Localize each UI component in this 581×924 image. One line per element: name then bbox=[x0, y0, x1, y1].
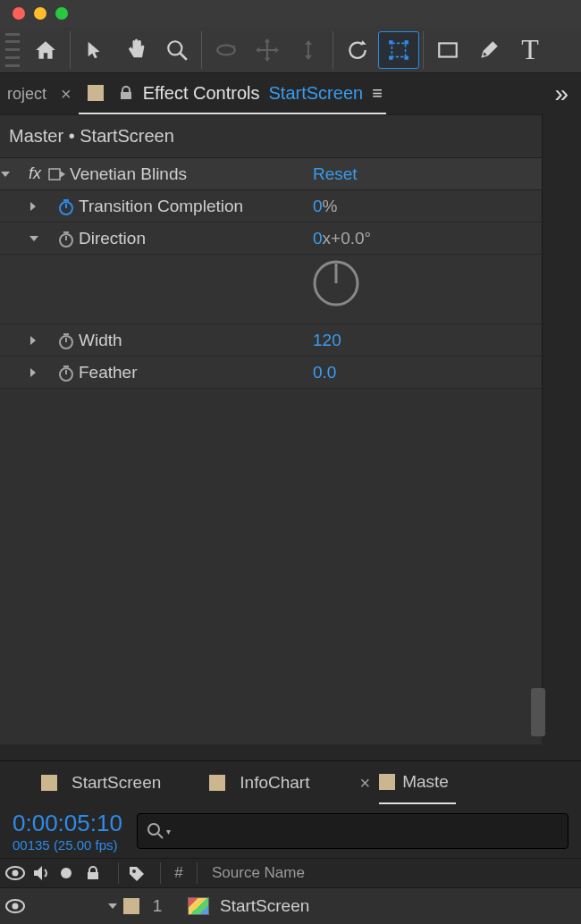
prop-width-label: Width bbox=[79, 331, 122, 350]
pan-tool[interactable] bbox=[247, 31, 288, 69]
prop-completion-value[interactable]: 0 bbox=[313, 197, 323, 215]
close-window-icon[interactable] bbox=[13, 7, 25, 20]
svg-rect-5 bbox=[405, 40, 408, 44]
timeline-panel: StartScreen InfoChart × Maste 0:00:05:10… bbox=[0, 760, 581, 924]
composite-icon[interactable] bbox=[48, 166, 66, 182]
tab-effect-controls-active[interactable]: Effect Controls StartScreen ≡ bbox=[79, 73, 386, 114]
cursor-icon bbox=[85, 38, 105, 62]
twirl-right-icon[interactable] bbox=[107, 901, 118, 911]
composition-swatch-icon bbox=[209, 775, 225, 791]
orbit-tool[interactable] bbox=[206, 31, 247, 69]
index-column-header[interactable]: # bbox=[170, 864, 188, 882]
stopwatch-icon[interactable] bbox=[57, 332, 75, 349]
svg-point-24 bbox=[148, 824, 159, 835]
label-column-icon[interactable] bbox=[128, 865, 151, 881]
svg-point-31 bbox=[13, 903, 19, 910]
tab-startscreen[interactable]: StartScreen bbox=[64, 773, 168, 793]
zoom-tool[interactable] bbox=[156, 31, 198, 69]
svg-rect-19 bbox=[63, 333, 69, 335]
prop-direction-dial-row bbox=[0, 255, 542, 324]
layer-visibility-toggle[interactable] bbox=[5, 898, 29, 914]
twirl-right-icon[interactable] bbox=[29, 201, 54, 212]
effect-name-label: Venetian Blinds bbox=[70, 164, 187, 184]
prop-feather-value[interactable]: 0.0 bbox=[313, 363, 336, 382]
twirl-down-icon[interactable] bbox=[0, 169, 25, 180]
tab-layer-link[interactable]: StartScreen bbox=[269, 83, 364, 104]
pen-tool[interactable] bbox=[468, 31, 509, 69]
layer-name[interactable]: StartScreen bbox=[215, 896, 309, 916]
layer-label-swatch[interactable] bbox=[123, 898, 139, 914]
prop-row-direction[interactable]: Direction 0x+0.0° bbox=[0, 223, 542, 255]
toolbar-separator bbox=[70, 31, 71, 69]
prop-row-feather[interactable]: Feather 0.0 bbox=[0, 357, 542, 389]
timeline-tabs: StartScreen InfoChart × Maste bbox=[0, 761, 581, 804]
hand-tool[interactable] bbox=[115, 31, 156, 69]
angle-dial[interactable] bbox=[311, 258, 361, 308]
svg-point-0 bbox=[168, 41, 181, 55]
effect-controls-panel: fx Venetian Blinds Reset Transition Comp… bbox=[0, 158, 542, 389]
svg-rect-6 bbox=[389, 55, 392, 59]
twirl-right-icon[interactable] bbox=[29, 367, 54, 378]
tab-infochart[interactable]: InfoChart bbox=[232, 773, 316, 793]
solo-column-icon[interactable] bbox=[59, 866, 82, 880]
video-column-icon[interactable] bbox=[5, 865, 29, 881]
dropdown-caret-icon: ▾ bbox=[166, 827, 171, 836]
shape-tool[interactable] bbox=[427, 31, 468, 69]
twirl-down-icon[interactable] bbox=[29, 233, 54, 244]
svg-rect-3 bbox=[392, 43, 405, 56]
composition-swatch-icon bbox=[379, 774, 395, 790]
updown-icon bbox=[298, 38, 319, 62]
selection-tool[interactable] bbox=[74, 31, 115, 69]
svg-rect-14 bbox=[63, 231, 69, 233]
tab-close-icon[interactable]: × bbox=[358, 773, 372, 794]
twirl-right-icon[interactable] bbox=[29, 335, 54, 346]
anchor-icon bbox=[386, 38, 411, 62]
composition-swatch-icon bbox=[41, 775, 57, 791]
svg-line-1 bbox=[180, 53, 187, 60]
layer-index: 1 bbox=[145, 896, 170, 916]
toolbar-grip bbox=[5, 33, 20, 67]
panel-overflow-button[interactable]: » bbox=[542, 80, 581, 108]
stopwatch-icon[interactable] bbox=[57, 230, 75, 248]
tab-master-active[interactable]: Maste bbox=[379, 761, 456, 804]
prop-direction-extra: x+0.0° bbox=[323, 229, 372, 248]
dolly-tool[interactable] bbox=[288, 31, 329, 69]
home-icon bbox=[33, 38, 58, 62]
prop-completion-label: Transition Completion bbox=[79, 197, 243, 216]
stopwatch-icon[interactable] bbox=[57, 364, 75, 382]
panel-menu-icon[interactable]: ≡ bbox=[372, 83, 383, 104]
home-button[interactable] bbox=[25, 31, 66, 69]
audio-column-icon[interactable] bbox=[32, 865, 55, 881]
effect-reset-button[interactable]: Reset bbox=[313, 164, 358, 184]
maximize-window-icon[interactable] bbox=[55, 7, 68, 20]
master-breadcrumb: Master • StartScreen bbox=[0, 114, 581, 158]
fx-icon[interactable]: fx bbox=[29, 164, 41, 183]
prop-row-completion[interactable]: Transition Completion 0% bbox=[0, 190, 542, 223]
toolbar-separator bbox=[201, 31, 202, 69]
tab-project[interactable]: roject bbox=[0, 85, 54, 104]
window-titlebar bbox=[0, 0, 581, 27]
source-name-column-header[interactable]: Source Name bbox=[206, 864, 305, 882]
tab-project-close[interactable]: × bbox=[54, 84, 79, 105]
anchor-tool[interactable] bbox=[378, 31, 419, 69]
stopwatch-icon-active[interactable] bbox=[57, 197, 75, 215]
prop-row-width[interactable]: Width 120 bbox=[0, 324, 542, 357]
scrollbar-thumb[interactable] bbox=[531, 688, 545, 736]
lock-column-icon[interactable] bbox=[86, 865, 109, 881]
current-timecode[interactable]: 0:00:05:10 bbox=[13, 810, 122, 837]
rotate-tool[interactable] bbox=[337, 31, 378, 69]
timeline-search-input[interactable]: ▾ bbox=[137, 813, 568, 849]
layer-row[interactable]: 1 StartScreen bbox=[0, 888, 581, 924]
tab-title-label: Effect Controls bbox=[143, 83, 260, 104]
prop-width-value[interactable]: 120 bbox=[313, 331, 341, 350]
prop-direction-value[interactable]: 0 bbox=[313, 229, 323, 248]
effect-header-row[interactable]: fx Venetian Blinds Reset bbox=[0, 158, 542, 190]
side-panel-strip bbox=[542, 114, 581, 731]
current-frame-info[interactable]: 00135 (25.00 fps) bbox=[13, 837, 122, 853]
panel-empty-area bbox=[0, 389, 542, 744]
lock-icon[interactable] bbox=[118, 85, 134, 101]
prop-feather-label: Feather bbox=[79, 363, 137, 382]
text-tool[interactable]: T bbox=[509, 31, 551, 69]
magnifier-icon bbox=[165, 38, 189, 62]
minimize-window-icon[interactable] bbox=[34, 7, 46, 20]
